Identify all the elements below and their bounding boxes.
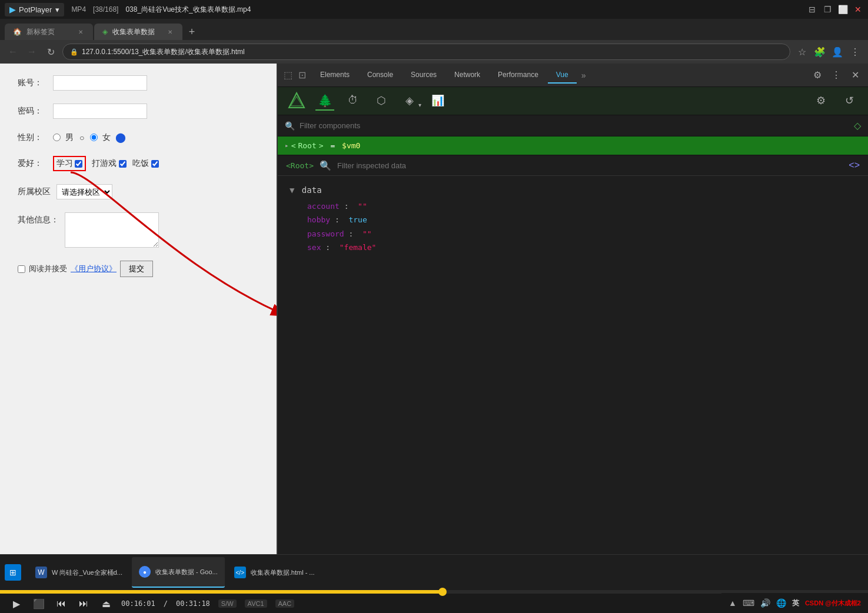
reload-button[interactable]: ↻ (44, 45, 58, 59)
devtools-menu-icon[interactable]: ⋮ (829, 68, 843, 82)
maximize-button[interactable]: ⬜ (837, 4, 848, 15)
taskbar-top: ⊞ W W 尚硅谷_Vue全家桶d... ● 收集表单数据 - Goo... <… (0, 555, 868, 590)
taskbar-item-chrome[interactable]: ● 收集表单数据 - Goo... (132, 557, 225, 588)
devtools-inspect-icon[interactable]: ⬚ (284, 69, 292, 81)
hobby-row: 爱好： 学习 打游戏 吃饭 (18, 156, 259, 171)
store-button[interactable]: 📊 (428, 92, 447, 111)
tray-up-icon[interactable]: ▲ (729, 598, 737, 608)
chrome-icon: ● (139, 566, 151, 578)
next-button[interactable]: ⏭ (77, 597, 91, 611)
time-separator: / (164, 599, 168, 608)
account-row: 账号： (18, 75, 259, 91)
devtools-tab-console[interactable]: Console (359, 67, 401, 84)
open-button[interactable]: ⏏ (99, 597, 113, 611)
hobby-game-checkbox[interactable] (119, 160, 127, 168)
app-name: PotPlayer (19, 5, 52, 14)
colon-password: : (348, 229, 358, 238)
key-hobby: hobby (307, 215, 330, 224)
video-progress-thumb[interactable] (438, 588, 447, 596)
agreement-link[interactable]: 《用户协议》 (71, 264, 117, 274)
component-tag-open: < (291, 141, 296, 150)
play-button[interactable]: ▶ (9, 597, 24, 611)
total-time: 00:31:18 (176, 599, 210, 608)
agreement-checkbox[interactable] (18, 265, 25, 273)
gender-male-radio[interactable] (53, 134, 61, 141)
data-section-header: ▼ data (290, 185, 856, 195)
taskbar-item-vscode[interactable]: </> 收集表单数据.html - ... (227, 557, 322, 588)
taskbar: ⊞ W W 尚硅谷_Vue全家桶d... ● 收集表单数据 - Goo... <… (0, 554, 868, 613)
hobby-study-checkbox[interactable] (75, 160, 82, 168)
key-sex: sex (307, 243, 321, 252)
devtools-settings-icon[interactable]: ⚙ (810, 68, 824, 82)
component-arrow: ▸ (285, 142, 289, 149)
tab-form-page[interactable]: ◈ 收集表单数据 ✕ (94, 24, 182, 40)
perf-button[interactable]: ⬡ (372, 92, 391, 111)
hobby-game-label: 打游戏 (92, 158, 117, 169)
tray-sound-icon[interactable]: 🔊 (760, 598, 770, 608)
speed-badge: S/W (218, 599, 237, 608)
minimize-button[interactable]: ⊟ (807, 4, 817, 15)
inspector-filter-input[interactable] (337, 161, 843, 170)
extensions-button[interactable]: 🧩 (813, 45, 827, 59)
devtools-tab-elements[interactable]: Elements (312, 67, 358, 84)
devtools-close-icon[interactable]: ✕ (848, 68, 862, 82)
tray-keyboard-icon[interactable]: ⌨ (743, 598, 754, 608)
inspector-root-label: <Root> (286, 161, 314, 170)
prev-button[interactable]: ⏮ (54, 597, 68, 611)
address-bar[interactable]: 🔒 127.0.0.1:5500/13_收集表单数据/收集表单数据.html (62, 44, 790, 60)
current-time: 00:16:01 (121, 599, 155, 608)
app-title[interactable]: ▶ PotPlayer ▾ (5, 3, 64, 16)
campus-select[interactable]: 请选择校区 北京 上海 广州 深圳 (56, 184, 112, 199)
account-input[interactable] (53, 75, 147, 91)
tab-active-close-button[interactable]: ✕ (166, 28, 174, 36)
password-row: 密码： (18, 104, 259, 119)
root-component-item: ▸ < Root > = $vm0 (285, 141, 861, 150)
forward-button[interactable]: → (25, 45, 39, 59)
profile-button[interactable]: 👤 (830, 45, 844, 59)
gender-label: 性别： (18, 132, 47, 143)
devtools-tab-network[interactable]: Network (446, 67, 488, 84)
menu-button[interactable]: ⋮ (848, 45, 862, 59)
inspector-code-icon[interactable]: <> (849, 160, 860, 171)
hobby-eat-checkbox[interactable] (151, 160, 159, 168)
password-input[interactable] (53, 104, 147, 119)
title-bar: ▶ PotPlayer ▾ MP4 [38/168] 038_尚硅谷Vue技术_… (0, 0, 868, 19)
devtools-tab-performance[interactable]: Performance (490, 67, 547, 84)
component-tree-button[interactable]: 🌲 (315, 92, 334, 111)
devtools-responsive-icon[interactable]: ⊡ (298, 69, 306, 81)
tray-language-label[interactable]: 英 (792, 598, 799, 608)
hobby-study-label: 学习 (56, 158, 73, 169)
tab-icon: 🏠 (13, 28, 22, 36)
bookmark-button[interactable]: ☆ (795, 45, 809, 59)
devtools-tab-more-button[interactable]: » (578, 68, 590, 82)
component-filter-input[interactable] (300, 121, 849, 130)
submit-button[interactable]: 提交 (120, 261, 153, 277)
back-button[interactable]: ← (6, 45, 20, 59)
vue-toolbar: 🌲 ⏱ ⬡ ◈ ▾ 📊 ⚙ ↺ (278, 87, 868, 115)
devtools-tab-sources[interactable]: Sources (403, 67, 445, 84)
windows-start-button[interactable]: ⊞ (5, 564, 21, 581)
devtools-vue-settings[interactable]: ⚙ (812, 92, 830, 111)
key-password: password (307, 229, 344, 238)
restore-button[interactable]: ❐ (822, 4, 833, 15)
tab-new-page[interactable]: 🏠 新标签页 ✕ (5, 24, 93, 40)
devtools-tab-vue[interactable]: Vue (548, 67, 577, 84)
stop-button[interactable]: ⬛ (32, 597, 46, 611)
inspector-bar: <Root> 🔍 <> (278, 155, 868, 176)
timeline-button[interactable]: ⏱ (344, 92, 363, 111)
password-label: 密码： (18, 106, 47, 116)
system-tray: ▲ ⌨ 🔊 🌐 英 CSDN @付木成框2 (721, 593, 868, 613)
taskbar-item-word[interactable]: W W 尚硅谷_Vue全家桶d... (28, 557, 129, 588)
data-collapse-icon[interactable]: ▼ (290, 185, 294, 195)
gender-female-radio[interactable] (90, 134, 98, 141)
other-textarea[interactable] (65, 212, 159, 248)
nav-bar: ← → ↻ 🔒 127.0.0.1:5500/13_收集表单数据/收集表单数据.… (0, 40, 868, 64)
route-button[interactable]: ◈ ▾ (400, 92, 419, 111)
tab-close-button[interactable]: ✕ (77, 28, 85, 36)
close-button[interactable]: ✕ (853, 4, 863, 15)
devtools-vue-refresh[interactable]: ↺ (840, 92, 859, 111)
tray-network-icon[interactable]: 🌐 (776, 598, 786, 608)
new-tab-button[interactable]: + (184, 24, 200, 40)
component-tree-item[interactable]: ▸ < Root > = $vm0 (278, 136, 868, 155)
data-view: ▼ data account : "" hobby : true (278, 176, 868, 554)
